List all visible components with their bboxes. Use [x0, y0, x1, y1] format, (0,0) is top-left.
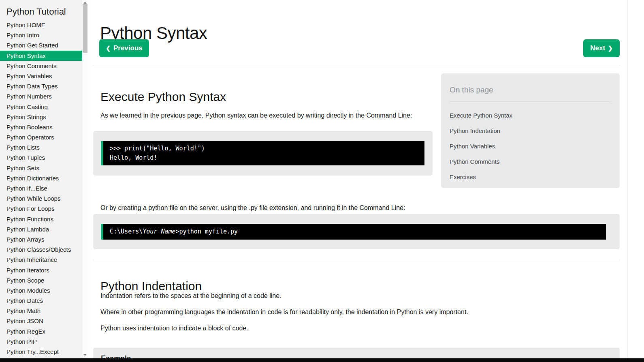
sidebar-item[interactable]: Python Lists: [0, 142, 82, 152]
sidebar-scrollbar[interactable]: [82, 0, 88, 358]
indentation-paragraph: Where in other programming languages the…: [100, 307, 468, 317]
sidebar-item[interactable]: Python Numbers: [0, 91, 82, 101]
terminal-window: >>> print("Hello, World!")Hello, World!: [101, 141, 424, 165]
sidebar-item[interactable]: Python Dictionaries: [0, 173, 82, 183]
on-this-page-panel: On this page Execute Python SyntaxPython…: [441, 73, 620, 188]
example-label: Example: [101, 354, 131, 358]
sidebar-item[interactable]: Python Try...Except: [0, 347, 82, 357]
bottom-window-edge: [0, 358, 644, 362]
execute-intro-paragraph: As we learned in the previous page, Pyth…: [100, 111, 424, 120]
sidebar-item[interactable]: Python Casting: [0, 102, 82, 112]
sidebar-item[interactable]: Python Tuples: [0, 152, 82, 163]
chevron-right-icon: ❯: [608, 45, 613, 51]
code-example-container: >>> print("Hello, World!")Hello, World!: [93, 131, 433, 176]
sidebar-item[interactable]: Python Sets: [0, 163, 82, 173]
sidebar-item[interactable]: Python Classes/Objects: [0, 244, 82, 255]
sidebar-item[interactable]: Python Strings: [0, 112, 82, 122]
main-content: Python Syntax ❮ Previous Next ❯ Execute …: [93, 0, 620, 358]
chevron-left-icon: ❮: [106, 45, 111, 51]
indentation-example-container: Example: [93, 348, 620, 358]
previous-label: Previous: [113, 44, 143, 52]
sidebar-item[interactable]: Python Syntax: [0, 51, 82, 61]
sidebar-item[interactable]: Python Operators: [0, 132, 82, 142]
content-divider-top: [93, 65, 620, 65]
sidebar: Python Tutorial Python HOMEPython IntroP…: [0, 0, 88, 358]
sidebar-item[interactable]: Python Dates: [0, 296, 82, 306]
scroll-thumb[interactable]: [83, 4, 87, 53]
section-heading-execute: Execute Python Syntax: [100, 90, 226, 104]
sidebar-item[interactable]: Python Inheritance: [0, 255, 82, 265]
on-this-page-links: Execute Python SyntaxPython IndentationP…: [450, 108, 616, 185]
on-this-page-link[interactable]: Python Variables: [450, 139, 616, 154]
sidebar-item[interactable]: Python Arrays: [0, 234, 82, 244]
code-line: Hello, World!: [110, 153, 424, 163]
cmd-prefix: C:\Users\: [110, 228, 143, 235]
scroll-down-icon[interactable]: [83, 354, 87, 356]
sidebar-item[interactable]: Python Variables: [0, 71, 82, 81]
sidebar-item[interactable]: Python RegEx: [0, 326, 82, 336]
sidebar-item[interactable]: Python JSON: [0, 316, 82, 326]
command-example-container: C:\Users\Your Name>python myfile.py: [93, 214, 620, 249]
on-this-page-link[interactable]: Python Indentation: [450, 123, 616, 139]
sidebar-item[interactable]: Python Lambda: [0, 224, 82, 234]
content-divider-middle: [93, 260, 620, 260]
scroll-up-icon[interactable]: [83, 2, 87, 4]
execute-outro-paragraph: Or by creating a python file on the serv…: [100, 203, 586, 212]
terminal-window-command: C:\Users\Your Name>python myfile.py: [101, 224, 606, 240]
sidebar-item[interactable]: Python HOME: [0, 20, 82, 30]
indentation-paragraph: Python uses indentation to indicate a bl…: [100, 323, 468, 333]
on-this-page-link[interactable]: Python Comments: [450, 154, 616, 169]
next-button[interactable]: Next ❯: [583, 39, 620, 57]
sidebar-nav: Python HOMEPython IntroPython Get Starte…: [0, 20, 82, 357]
sidebar-item[interactable]: Python Modules: [0, 285, 82, 296]
on-this-page-link[interactable]: Execute Python Syntax: [450, 108, 616, 123]
sidebar-item[interactable]: Python Intro: [0, 30, 82, 40]
on-this-page-link[interactable]: Exercises: [450, 169, 616, 185]
next-label: Next: [590, 44, 605, 52]
page-right-gutter: [627, 0, 644, 358]
sidebar-item[interactable]: Python Math: [0, 306, 82, 316]
on-this-page-divider: [450, 101, 611, 102]
sidebar-item[interactable]: Python Get Started: [0, 40, 82, 50]
sidebar-item[interactable]: Python Data Types: [0, 81, 82, 91]
sidebar-item[interactable]: Python Comments: [0, 61, 82, 71]
sidebar-item[interactable]: Python While Loops: [0, 193, 82, 203]
sidebar-item[interactable]: Python Functions: [0, 214, 82, 224]
on-this-page-title: On this page: [450, 86, 493, 94]
cmd-suffix: >python myfile.py: [176, 228, 238, 235]
indentation-paragraph: Indentation refers to the spaces at the …: [100, 291, 468, 300]
sidebar-item[interactable]: Python If...Else: [0, 183, 82, 193]
code-line: >>> print("Hello, World!"): [110, 144, 424, 153]
cmd-user: Your Name: [143, 228, 175, 235]
sidebar-item[interactable]: Python Scope: [0, 275, 82, 285]
previous-button[interactable]: ❮ Previous: [99, 39, 149, 57]
indentation-paragraphs: Indentation refers to the spaces at the …: [100, 291, 468, 340]
sidebar-item[interactable]: Python Booleans: [0, 122, 82, 132]
sidebar-title: Python Tutorial: [6, 6, 66, 17]
command-line: C:\Users\Your Name>python myfile.py: [110, 227, 606, 236]
sidebar-item[interactable]: Python Iterators: [0, 265, 82, 275]
sidebar-item[interactable]: Python PIP: [0, 336, 82, 347]
sidebar-item[interactable]: Python For Loops: [0, 203, 82, 214]
